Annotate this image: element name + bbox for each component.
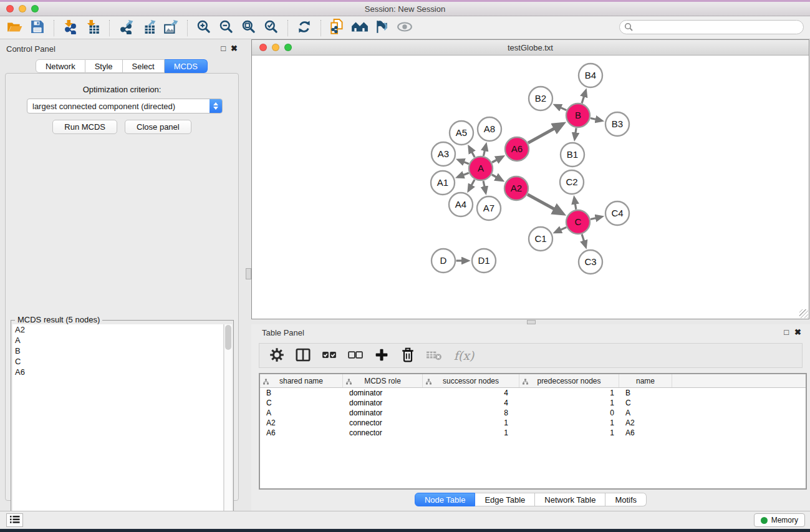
graph-edge-A-A1[interactable] [458, 173, 469, 177]
graph-node-A8[interactable]: A8 [478, 117, 501, 141]
cell-successor-nodes[interactable]: 1 [423, 428, 519, 438]
cell-name[interactable]: A [619, 408, 672, 418]
cell-name[interactable]: B [619, 388, 672, 398]
mcds-result-item[interactable]: A2 [12, 324, 223, 335]
export-network-button[interactable] [115, 19, 137, 37]
table-row-A6[interactable]: A6connector11A6 [260, 428, 806, 438]
tab-network[interactable]: Network [36, 59, 85, 73]
close-panel-button[interactable]: Close panel [125, 120, 191, 134]
column-header-name[interactable]: name [619, 374, 672, 387]
table-close-panel-icon[interactable]: ✖ [794, 327, 801, 337]
graph-node-C3[interactable]: C3 [579, 250, 602, 274]
table-row-B[interactable]: Bdominator41B [260, 388, 806, 398]
close-window-button[interactable] [6, 5, 14, 12]
network-canvas[interactable]: AA1A2A3A4A5A6A7A8BB1B2B3B4CC1C2C3C4DD1 [253, 56, 808, 319]
tab-style[interactable]: Style [85, 59, 123, 73]
result-scrollbar-thumb[interactable] [225, 325, 231, 350]
graph-node-C[interactable]: C [566, 210, 590, 234]
graph-edge-A-A2[interactable] [492, 175, 503, 180]
graph-edge-A6-B[interactable] [528, 124, 563, 143]
graph-edge-C-C3[interactable] [582, 235, 586, 247]
create-column-button[interactable] [370, 346, 393, 365]
float-panel-icon[interactable]: □ [221, 44, 226, 53]
cell-predecessor-nodes[interactable]: 0 [519, 408, 619, 418]
optimization-criterion-dropdown[interactable]: largest connected component (directed) [27, 99, 223, 114]
cell-predecessor-nodes[interactable]: 1 [519, 398, 619, 408]
close-view-button[interactable] [259, 44, 267, 51]
cell-MCDS-role[interactable]: dominator [343, 398, 423, 408]
vertical-splitter-handle[interactable] [246, 268, 251, 279]
show-all-columns-button[interactable] [318, 346, 340, 365]
column-header-shared-name[interactable]: shared name [260, 374, 343, 387]
tab-select[interactable]: Select [123, 59, 165, 73]
toggle-panels-button[interactable] [292, 346, 314, 365]
graph-edge-A-A3[interactable] [458, 160, 469, 164]
graph-node-A7[interactable]: A7 [477, 196, 501, 220]
graph-node-B[interactable]: B [566, 104, 590, 127]
graph-node-D[interactable]: D [432, 249, 455, 273]
graph-node-C1[interactable]: C1 [529, 227, 552, 251]
cell-MCDS-role[interactable]: dominator [343, 388, 423, 398]
cell-predecessor-nodes[interactable]: 1 [519, 388, 619, 398]
graphics-details-button[interactable] [371, 19, 393, 37]
cell-successor-nodes[interactable]: 1 [423, 418, 519, 428]
graph-node-A6[interactable]: A6 [505, 137, 529, 161]
cell-shared-name[interactable]: B [260, 388, 343, 398]
mcds-result-item[interactable]: A [12, 335, 223, 346]
column-header-successor-nodes[interactable]: successor nodes [423, 374, 519, 387]
delete-columns-button[interactable] [397, 346, 419, 365]
cell-MCDS-role[interactable]: connector [343, 428, 423, 438]
close-panel-icon[interactable]: ✖ [231, 44, 238, 53]
column-header-MCDS-role[interactable]: MCDS role [343, 374, 423, 387]
zoom-in-button[interactable] [193, 19, 215, 37]
cell-MCDS-role[interactable]: dominator [343, 408, 423, 418]
graph-node-D1[interactable]: D1 [472, 249, 496, 273]
refresh-view-button[interactable] [293, 19, 316, 37]
graph-node-C4[interactable]: C4 [605, 201, 629, 225]
table-row-C[interactable]: Cdominator41C [260, 398, 806, 408]
table-settings-button[interactable] [266, 346, 288, 365]
graph-edge-B-B3[interactable] [591, 118, 602, 120]
graph-edge-A-A4[interactable] [468, 180, 475, 191]
tab-edge-table[interactable]: Edge Table [475, 493, 535, 506]
export-image-button[interactable] [160, 19, 182, 37]
graph-node-A3[interactable]: A3 [432, 142, 455, 166]
graph-node-A[interactable]: A [469, 157, 493, 180]
task-history-button[interactable] [6, 513, 23, 527]
cell-shared-name[interactable]: A [260, 408, 343, 418]
open-ndex-button[interactable] [349, 19, 371, 37]
graph-node-A1[interactable]: A1 [431, 171, 455, 195]
export-table-button[interactable] [137, 19, 160, 37]
table-float-panel-icon[interactable]: □ [784, 327, 789, 337]
graph-edge-B-B4[interactable] [582, 90, 586, 103]
graph-node-B1[interactable]: B1 [561, 143, 584, 167]
zoom-fit-button[interactable] [238, 19, 260, 37]
mcds-result-list[interactable]: A2ABCA6 [12, 324, 224, 531]
cell-name[interactable]: C [619, 398, 672, 408]
graph-edge-C-C4[interactable] [591, 217, 602, 220]
column-header-predecessor-nodes[interactable]: predecessor nodes [519, 374, 619, 387]
graph-node-A5[interactable]: A5 [450, 121, 473, 145]
graph-edge-A2-C[interactable] [528, 195, 562, 214]
cell-name[interactable]: A6 [619, 428, 672, 438]
cell-successor-nodes[interactable]: 8 [423, 408, 519, 418]
memory-button[interactable]: Memory [754, 513, 805, 527]
cell-predecessor-nodes[interactable]: 1 [519, 428, 619, 438]
cell-name[interactable]: A2 [619, 418, 672, 428]
graph-edge-A-A5[interactable] [469, 147, 475, 157]
hide-all-columns-button[interactable] [344, 346, 367, 365]
zoom-window-button[interactable] [31, 5, 39, 12]
open-session-button[interactable] [4, 19, 26, 37]
cell-successor-nodes[interactable]: 4 [423, 388, 519, 398]
graph-edge-B-B1[interactable] [575, 128, 576, 138]
graph-node-C2[interactable]: C2 [560, 170, 584, 194]
graph-edge-C-C1[interactable] [555, 227, 566, 232]
graph-node-B3[interactable]: B3 [605, 112, 629, 136]
graph-node-A2[interactable]: A2 [504, 177, 528, 200]
table-row-A2[interactable]: A2connector11A2 [260, 418, 806, 428]
graph-edge-B-B2[interactable] [555, 105, 566, 110]
cell-shared-name[interactable]: C [260, 398, 343, 408]
cell-shared-name[interactable]: A2 [260, 418, 343, 428]
cell-shared-name[interactable]: A6 [260, 428, 343, 438]
search-input[interactable] [619, 20, 804, 34]
